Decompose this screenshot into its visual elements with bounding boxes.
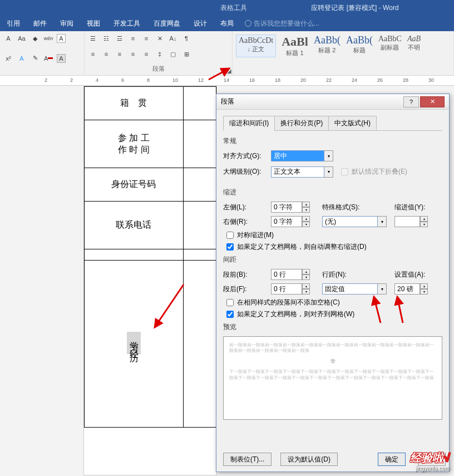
outline-combo[interactable]: ▾ bbox=[271, 166, 333, 178]
asian-layout-icon[interactable]: ✕ bbox=[155, 33, 165, 43]
tab-layout[interactable]: 布局 bbox=[214, 16, 240, 32]
line-spacing-combo[interactable]: ▾ bbox=[322, 283, 387, 295]
numbering-icon[interactable]: ☷ bbox=[101, 33, 111, 43]
page[interactable]: 籍 贯 参 加 工 作 时 间 身份证号码 联系电话 学习经历 bbox=[83, 86, 217, 475]
after-spin[interactable]: ▴▾ bbox=[271, 283, 310, 295]
spin-down-icon[interactable]: ▾ bbox=[420, 222, 428, 227]
change-case-icon[interactable]: Aa bbox=[17, 33, 27, 43]
spin-up-icon[interactable]: ▴ bbox=[302, 202, 310, 207]
bullets-icon[interactable]: ☰ bbox=[88, 33, 98, 43]
spin-up-icon[interactable]: ▴ bbox=[420, 216, 428, 222]
alignment-combo[interactable]: ▾ bbox=[271, 150, 333, 161]
before-spin[interactable]: ▴▾ bbox=[271, 269, 310, 280]
cell-val-0[interactable] bbox=[183, 87, 216, 120]
preview-box: 前一段落前一段落前一段落前一段落前一段落前一段落前一段落前一段落前一段落前一段落… bbox=[223, 336, 442, 420]
style-more[interactable]: AaB 不明 bbox=[407, 35, 421, 57]
before-label: 段前(B): bbox=[223, 270, 268, 279]
special-combo[interactable]: ▾ bbox=[322, 216, 387, 227]
spin-up-icon[interactable]: ▴ bbox=[302, 283, 310, 289]
chevron-down-icon[interactable]: ▾ bbox=[324, 150, 333, 161]
decrease-indent-icon[interactable]: ≡ bbox=[128, 33, 138, 43]
left-indent-spin[interactable]: ▴▾ bbox=[271, 202, 310, 213]
tab-indent-spacing[interactable]: 缩进和间距(I) bbox=[223, 116, 275, 131]
sort-icon[interactable]: A↓ bbox=[168, 33, 178, 43]
tab-view[interactable]: 视图 bbox=[80, 16, 107, 32]
cell-blank-a[interactable] bbox=[85, 249, 184, 261]
align-justify-icon[interactable]: ≡ bbox=[128, 49, 138, 59]
grid2-label: 如果定义了文档网格，则对齐到网格(W) bbox=[237, 310, 354, 319]
tab-mailings[interactable]: 邮件 bbox=[27, 16, 53, 32]
section-general: 常规 bbox=[223, 136, 442, 146]
outline-label: 大纲级别(O): bbox=[223, 167, 268, 176]
align-center-icon[interactable]: ≡ bbox=[101, 49, 111, 59]
tab-baidu[interactable]: 百度网盘 bbox=[147, 16, 187, 32]
spin-down-icon[interactable]: ▾ bbox=[302, 207, 310, 213]
char-border-icon[interactable]: A bbox=[57, 34, 66, 43]
spin-down-icon[interactable]: ▾ bbox=[302, 289, 310, 295]
align-distribute-icon[interactable]: ≡ bbox=[141, 49, 151, 59]
cell-native-place[interactable]: 籍 贯 bbox=[85, 87, 184, 120]
multilevel-icon[interactable]: ☲ bbox=[115, 33, 125, 43]
align-left-icon[interactable]: ≡ bbox=[88, 49, 98, 59]
mirror-checkbox[interactable] bbox=[226, 232, 234, 239]
increase-indent-icon[interactable]: ≡ bbox=[141, 33, 151, 43]
shading-icon[interactable]: ▢ bbox=[168, 49, 178, 59]
chevron-down-icon[interactable]: ▾ bbox=[378, 216, 387, 227]
cell-val-1[interactable] bbox=[183, 120, 216, 168]
text-effects-icon[interactable]: A bbox=[17, 53, 27, 63]
style-title[interactable]: AaBb( 标题 bbox=[346, 35, 373, 57]
grid2-checkbox[interactable] bbox=[226, 311, 234, 318]
tab-developer[interactable]: 开发工具 bbox=[107, 16, 147, 32]
phonetic-icon[interactable]: wén bbox=[43, 33, 53, 43]
highlight-icon[interactable]: ✎ bbox=[30, 53, 40, 63]
dialog-titlebar[interactable]: 段落 ? ✕ bbox=[216, 94, 449, 110]
selected-vertical-text[interactable]: 学习经历 bbox=[127, 332, 141, 354]
cell-id-number[interactable]: 身份证号码 bbox=[85, 168, 184, 202]
section-indent: 缩进 bbox=[223, 188, 442, 197]
cell-work-time[interactable]: 参 加 工 作 时 间 bbox=[85, 120, 184, 168]
spin-down-icon[interactable]: ▾ bbox=[420, 289, 428, 295]
chevron-down-icon[interactable]: ▾ bbox=[324, 166, 333, 178]
align-right-icon[interactable]: ≡ bbox=[115, 49, 125, 59]
right-indent-spin[interactable]: ▴▾ bbox=[271, 216, 310, 227]
tab-asian[interactable]: 中文版式(H) bbox=[328, 116, 377, 131]
spin-down-icon[interactable]: ▾ bbox=[302, 274, 310, 280]
tabs-button[interactable]: 制表位(T)... bbox=[223, 453, 272, 466]
spin-up-icon[interactable]: ▴ bbox=[302, 269, 310, 274]
spin-up-icon[interactable]: ▴ bbox=[302, 216, 310, 222]
borders-icon[interactable]: ⊞ bbox=[181, 49, 191, 59]
cell-val-3[interactable] bbox=[183, 202, 216, 249]
char-shading-icon[interactable]: A bbox=[57, 54, 66, 63]
style-subtitle[interactable]: AaBbC 副标题 bbox=[378, 35, 402, 57]
default-button[interactable]: 设为默认值(D) bbox=[280, 453, 338, 466]
help-button[interactable]: ? bbox=[403, 96, 419, 107]
font-color-icon[interactable]: A bbox=[43, 53, 53, 63]
at-spin[interactable]: ▴▾ bbox=[394, 283, 428, 295]
cell-blank-b[interactable] bbox=[183, 249, 216, 261]
spin-up-icon[interactable]: ▴ bbox=[420, 283, 428, 289]
tab-line-breaks[interactable]: 换行和分页(P) bbox=[274, 116, 329, 131]
style-heading2[interactable]: AaBb( 标题 2 bbox=[314, 35, 340, 57]
clear-format-icon[interactable]: ◆ bbox=[30, 33, 40, 43]
cancel-button[interactable]: 取消 bbox=[418, 453, 446, 466]
tab-design[interactable]: 设计 bbox=[187, 16, 214, 32]
by-spin[interactable]: ▴▾ bbox=[394, 216, 428, 227]
superscript-icon[interactable]: x² bbox=[3, 53, 13, 63]
show-marks-icon[interactable]: ¶ bbox=[181, 33, 191, 43]
chevron-down-icon[interactable]: ▾ bbox=[378, 283, 387, 295]
tab-references[interactable]: 引用 bbox=[0, 16, 27, 32]
style-heading1[interactable]: AaBl 标题 1 bbox=[282, 35, 308, 57]
spin-down-icon[interactable]: ▾ bbox=[302, 222, 310, 227]
tab-review[interactable]: 审阅 bbox=[53, 16, 80, 32]
font-size-small-icon[interactable]: A bbox=[3, 33, 13, 43]
nospace-checkbox[interactable] bbox=[226, 299, 234, 306]
tell-me[interactable]: 告诉我您想要做什么... bbox=[245, 19, 319, 28]
cell-phone[interactable]: 联系电话 bbox=[85, 202, 184, 249]
style-normal[interactable]: AaBbCcDt ↓ 正文 bbox=[236, 35, 276, 57]
ok-button[interactable]: 确定 bbox=[378, 453, 406, 466]
cell-val-2[interactable] bbox=[183, 168, 216, 202]
grid1-checkbox[interactable] bbox=[226, 243, 234, 251]
line-spacing-icon[interactable]: ‡ bbox=[155, 49, 165, 59]
close-button[interactable]: ✕ bbox=[420, 96, 445, 107]
ribbon-tabs: 引用 邮件 审阅 视图 开发工具 百度网盘 设计 布局 告诉我您想要做什么... bbox=[0, 16, 454, 31]
